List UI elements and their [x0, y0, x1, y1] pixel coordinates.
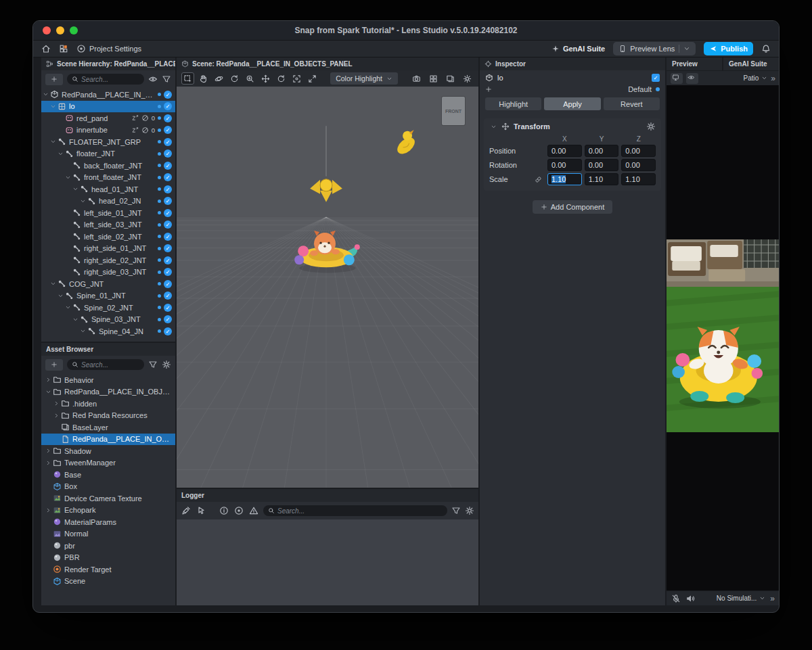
asset-item--hidden[interactable]: .hidden — [41, 398, 175, 410]
link-axes-icon[interactable] — [535, 176, 542, 183]
asset-item-pbr[interactable]: pbr — [41, 540, 175, 552]
viewport-settings-tool[interactable] — [461, 72, 474, 85]
hierarchy-item-Spine_03_JNT[interactable]: Spine_03_JNT✓ — [41, 314, 175, 326]
enabled-toggle[interactable]: ✓ — [164, 244, 172, 252]
hierarchy-item-left_side_01_JNT[interactable]: left_side_01_JNT✓ — [41, 207, 175, 219]
hierarchy-filter-icon[interactable] — [162, 74, 171, 84]
logger-settings-icon[interactable] — [465, 506, 474, 515]
expand-chevron-icon[interactable] — [44, 460, 52, 466]
asset-item-Red-Panda-Resources[interactable]: Red Panda Resources — [41, 410, 175, 422]
revert-button[interactable]: Revert — [604, 97, 660, 110]
enabled-toggle[interactable]: ✓ — [164, 102, 172, 110]
hierarchy-item-FLOATER_JNT_GRP[interactable]: FLOATER_JNT_GRP✓ — [41, 136, 175, 148]
rotation-x-input[interactable]: 0.00 — [547, 159, 582, 171]
marquee-select-tool[interactable] — [181, 72, 194, 85]
asset-item-Behavior[interactable]: Behavior — [41, 374, 175, 386]
asset-filter-icon[interactable] — [148, 360, 158, 369]
asset-item-Shadow[interactable]: Shadow — [41, 445, 175, 457]
asset-settings-icon[interactable] — [162, 360, 171, 369]
enabled-toggle[interactable]: ✓ — [164, 197, 172, 205]
expand-chevron-icon[interactable] — [49, 103, 57, 110]
no-render-icon[interactable] — [141, 114, 149, 122]
debug-filter-toggle[interactable] — [233, 505, 244, 516]
enabled-toggle[interactable]: ✓ — [164, 220, 172, 229]
notifications-icon[interactable] — [761, 44, 771, 53]
asset-item-Render-Target[interactable]: Render Target — [41, 563, 175, 576]
no-render-icon[interactable] — [141, 126, 149, 134]
highlight-button[interactable]: Highlight — [485, 97, 541, 110]
asset-item-Box[interactable]: Box — [41, 481, 175, 493]
info-filter-toggle[interactable] — [219, 505, 229, 516]
fullscreen-button[interactable] — [70, 26, 78, 34]
hierarchy-item-COG_JNT[interactable]: COG_JNT✓ — [41, 278, 175, 290]
preview-viewport[interactable] — [667, 85, 779, 590]
pan-tool[interactable] — [197, 72, 210, 85]
asset-item-RedPanda-PLACE-IN-OBJECTS-[interactable]: RedPanda__PLACE_IN_OBJECTS... — [41, 386, 175, 398]
logger-search[interactable] — [263, 505, 447, 516]
hierarchy-item-red_pand[interactable]: red_pand0✓ — [41, 112, 175, 124]
hierarchy-item-right_side_03_JNT[interactable]: right_side_03_JNT✓ — [41, 266, 175, 279]
simulation-dropdown[interactable]: No Simulati... — [717, 595, 765, 602]
expand-chevron-icon[interactable] — [71, 186, 79, 192]
hierarchy-item-head_02_JN[interactable]: head_02_JN✓ — [41, 195, 175, 208]
expand-chevron-icon[interactable] — [78, 328, 87, 334]
hierarchy-item-right_side_01_JNT[interactable]: right_side_01_JNT✓ — [41, 243, 175, 255]
asset-item-Device-Camera-Texture[interactable]: Device Camera Texture — [41, 492, 175, 505]
expand-chevron-icon[interactable] — [41, 91, 49, 97]
asset-item-RedPanda-PLACE-IN-OBJE-[interactable]: RedPanda__PLACE_IN_OBJE... — [41, 434, 175, 446]
enabled-toggle[interactable]: ✓ — [164, 114, 172, 122]
scene-viewport[interactable]: FRONT — [177, 87, 478, 488]
hierarchy-item-floater_JNT[interactable]: floater_JNT✓ — [41, 148, 175, 160]
rotate-view-tool[interactable] — [228, 72, 241, 85]
panel-layout-icon[interactable] — [59, 44, 68, 53]
hierarchy-item-Spine_04_JN[interactable]: Spine_04_JN✓ — [41, 325, 175, 338]
enabled-toggle[interactable]: ✓ — [164, 126, 172, 134]
expand-chevron-icon[interactable] — [64, 175, 72, 181]
view-cube[interactable]: FRONT — [442, 97, 465, 125]
hierarchy-search-input[interactable] — [81, 76, 139, 83]
enabled-toggle[interactable]: ✓ — [164, 304, 172, 312]
position-x-input[interactable]: 0.00 — [547, 145, 582, 157]
enabled-toggle[interactable]: ✓ — [164, 280, 172, 288]
hierarchy-item-head_01_JNT[interactable]: head_01_JNT✓ — [41, 183, 175, 195]
enabled-toggle[interactable]: ✓ — [164, 256, 172, 264]
enabled-toggle[interactable]: ✓ — [164, 149, 172, 158]
expand-chevron-icon[interactable] — [52, 413, 60, 419]
expand-chevron-icon[interactable] — [49, 139, 57, 145]
enabled-toggle[interactable]: ✓ — [164, 173, 172, 181]
hierarchy-item-innertube[interactable]: innertube0✓ — [41, 124, 175, 137]
expand-chevron-icon[interactable] — [78, 198, 87, 204]
asset-search-input[interactable] — [81, 361, 139, 369]
asset-item-MaterialParams[interactable]: MaterialParams — [41, 516, 175, 528]
expand-chevron-icon[interactable] — [44, 377, 52, 383]
asset-search[interactable] — [67, 359, 144, 370]
rotate-tool[interactable] — [275, 72, 288, 85]
expand-chevron-icon[interactable] — [44, 389, 52, 395]
genai-suite-button[interactable]: GenAI Suite — [551, 45, 605, 53]
enabled-toggle[interactable]: ✓ — [164, 233, 172, 241]
hierarchy-item-left_side_03_JNT[interactable]: left_side_03_JNT✓ — [41, 219, 175, 231]
move-tool[interactable] — [259, 72, 272, 85]
orbit-tool[interactable] — [212, 72, 225, 85]
hierarchy-item-lo[interactable]: lo✓ — [41, 101, 175, 113]
microphone-muted-icon[interactable] — [671, 594, 681, 603]
hierarchy-item-right_side_02_JNT[interactable]: right_side_02_JNT✓ — [41, 254, 175, 266]
asset-item-Base[interactable]: Base — [41, 469, 175, 481]
close-button[interactable] — [43, 26, 51, 34]
scale-x-input[interactable]: 1.10 — [547, 173, 582, 185]
asset-item-TweenManager[interactable]: TweenManager — [41, 457, 175, 469]
add-component-button[interactable]: Add Component — [533, 200, 613, 214]
asset-item-Scene[interactable]: Scene — [41, 576, 175, 588]
clear-log-button[interactable] — [181, 505, 191, 516]
speaker-icon[interactable] — [685, 594, 695, 603]
hierarchy-search[interactable] — [67, 74, 144, 85]
enabled-toggle[interactable]: ✓ — [164, 185, 172, 193]
asset-item-PBR[interactable]: PBR — [41, 552, 175, 564]
device-view-button[interactable] — [671, 73, 683, 84]
asset-item-Normal[interactable]: Normal — [41, 528, 175, 540]
position-z-input[interactable]: 0.00 — [621, 145, 656, 157]
hierarchy-item-back_floater_JNT[interactable]: back_floater_JNT✓ — [41, 160, 175, 172]
asset-item-Echopark[interactable]: Echopark — [41, 505, 175, 517]
publish-button[interactable]: Publish — [704, 42, 753, 55]
expand-chevron-icon[interactable] — [56, 151, 64, 157]
